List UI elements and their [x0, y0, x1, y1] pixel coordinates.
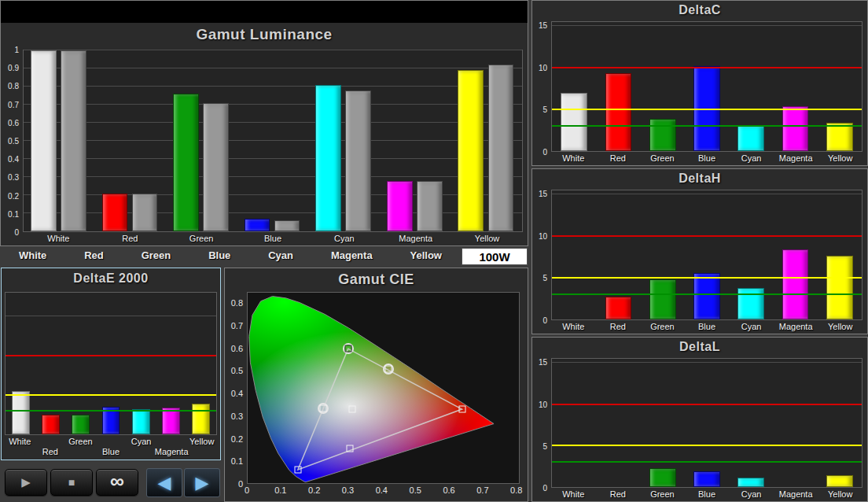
xlabel-red: Red — [610, 489, 626, 499]
deltah-chart: 051015WhiteRedGreenBlueCyanMagentaYellow — [534, 188, 866, 332]
signal-level-display[interactable]: 100W — [462, 248, 528, 265]
bar-white — [561, 93, 587, 151]
xlabel-blue: Blue — [102, 447, 120, 456]
xlabel-magenta: Magenta — [155, 447, 189, 456]
reference-line — [552, 461, 862, 463]
ytick-label: 0.2 — [8, 191, 19, 200]
xlabel-magenta: Magenta — [779, 322, 813, 331]
stop-button[interactable]: ■ — [50, 469, 93, 496]
signal-label-red[interactable]: Red — [84, 249, 104, 261]
cie-ytick-label: 0.7 — [231, 321, 243, 330]
ytick-label: 15 — [539, 21, 547, 30]
gamut-cie-title: Gamut CIE — [225, 271, 528, 288]
infinity-icon: ∞ — [110, 470, 124, 492]
xlabel-cyan: Cyan — [741, 153, 762, 163]
reference-line — [6, 410, 216, 412]
y-axis-labels: 051015 — [534, 190, 550, 320]
xlabel-blue: Blue — [264, 234, 281, 243]
cie-chart: 00.10.20.30.40.50.60.70.8 — [226, 289, 526, 500]
bar-yellow — [192, 404, 210, 434]
ytick-label: 10 — [539, 400, 547, 408]
plot-area — [23, 50, 523, 232]
play-button[interactable]: ▶ — [5, 469, 47, 496]
xlabel-white: White — [562, 153, 584, 163]
cie-point-yellow — [384, 365, 392, 372]
signal-label-blue[interactable]: Blue — [208, 249, 230, 261]
cie-ytick-label: 0.6 — [231, 344, 243, 353]
gamut-luminance-title: Gamut Luminance — [1, 26, 528, 43]
xlabel-yellow: Yellow — [828, 153, 852, 163]
bar-blue — [693, 471, 720, 487]
ytick-label: 10 — [539, 231, 547, 240]
signal-label-green[interactable]: Green — [142, 249, 171, 261]
bar-magenta — [387, 181, 413, 231]
stop-icon: ■ — [68, 476, 75, 489]
xlabel-green: Green — [650, 489, 675, 499]
deltah-panel: DeltaH 051015WhiteRedGreenBlueCyanMagent… — [531, 168, 868, 334]
bar-white-reference — [61, 50, 86, 231]
bar-cyan — [737, 478, 764, 487]
cie-ytick-label: 0.1 — [231, 456, 243, 466]
bar-white — [31, 50, 57, 231]
xlabel-cyan: Cyan — [741, 322, 762, 331]
cie-xtick-label: 0 — [245, 485, 249, 495]
xlabel-green: Green — [650, 153, 675, 163]
cie-point-blue — [294, 466, 301, 473]
deltae2000-title: DeltaE 2000 — [2, 271, 220, 286]
gridline — [552, 25, 862, 26]
xlabel-green: Green — [650, 322, 675, 331]
ytick-label: 0.4 — [8, 155, 19, 164]
cie-ytick-label: 0.8 — [231, 298, 243, 308]
cie-xtick-label: 0.1 — [274, 485, 286, 495]
xlabel-white: White — [47, 234, 69, 243]
plot-area — [551, 358, 862, 488]
signal-label-yellow[interactable]: Yellow — [410, 249, 442, 261]
bar-green — [649, 468, 676, 487]
bar-yellow — [826, 123, 853, 151]
ytick-label: 1 — [14, 46, 19, 54]
previous-button[interactable]: ◀ — [146, 468, 182, 497]
signal-label-white[interactable]: White — [19, 249, 46, 261]
cie-color-fill — [248, 293, 519, 483]
plot-area — [5, 292, 217, 435]
bar-green — [173, 94, 199, 231]
color-calibration-window: Gamut Luminance 00.10.20.30.40.50.60.70.… — [0, 0, 868, 502]
cie-xtick-label: 0.3 — [342, 485, 354, 495]
xlabel-magenta: Magenta — [779, 153, 813, 163]
signal-label-cyan[interactable]: Cyan — [268, 249, 293, 261]
loop-button[interactable]: ∞ — [96, 469, 138, 496]
xlabel-blue: Blue — [698, 322, 715, 331]
gamut-luminance-chart: 00.10.20.30.40.50.60.70.80.91WhiteRedGre… — [2, 48, 526, 244]
cie-xtick-label: 0.8 — [510, 485, 522, 495]
cie-xtick-label: 0.5 — [410, 485, 421, 495]
bar-magenta — [162, 408, 180, 434]
reference-line — [552, 404, 862, 405]
gridline — [24, 176, 522, 177]
ytick-label: 5 — [542, 441, 547, 450]
ytick-label: 5 — [542, 105, 547, 114]
ytick-label: 0.7 — [8, 100, 19, 109]
xlabel-cyan: Cyan — [741, 489, 762, 499]
y-axis-labels: 051015 — [534, 358, 550, 488]
arrow-left-icon: ◀ — [158, 473, 171, 493]
bar-red — [605, 297, 632, 319]
signal-label-magenta[interactable]: Magenta — [331, 249, 373, 261]
cie-ylabels: 00.10.20.30.40.50.60.70.8 — [226, 292, 245, 484]
deltae2000-panel: DeltaE 2000 WhiteRedGreenBlueCyanMagenta… — [1, 268, 221, 460]
cie-xtick-label: 0.4 — [376, 485, 388, 495]
xlabel-white: White — [562, 322, 584, 331]
next-button[interactable]: ▶ — [184, 468, 220, 497]
reference-line — [552, 235, 862, 237]
x-axis-labels: WhiteRedGreenBlueCyanMagentaYellow — [23, 232, 523, 244]
bar-blue-reference — [274, 220, 300, 231]
bar-blue — [693, 273, 720, 319]
xlabel-cyan: Cyan — [131, 437, 152, 446]
gridline — [552, 194, 862, 194]
gridline — [6, 316, 216, 316]
xlabel-red: Red — [122, 234, 138, 243]
xlabel-white: White — [562, 489, 584, 499]
gridline — [24, 122, 522, 123]
gridline — [24, 212, 522, 213]
x-axis-labels: WhiteRedGreenBlueCyanMagentaYellow — [551, 488, 862, 500]
x-axis-labels: WhiteRedGreenBlueCyanMagentaYellow — [5, 435, 217, 458]
